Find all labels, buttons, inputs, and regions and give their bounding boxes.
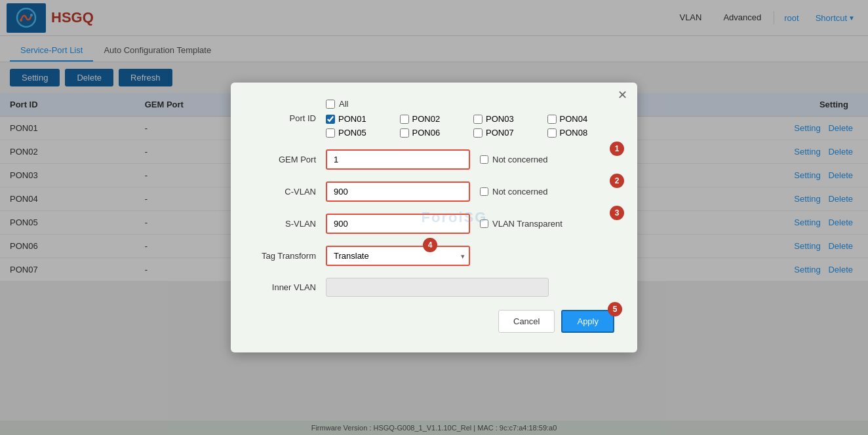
pon-grid: PON01 PON02 PON03 PON04 PON05 PON06 PON0… <box>326 114 614 138</box>
pon-label: PON02 <box>412 114 441 124</box>
pon-item: PON05 <box>326 128 393 138</box>
c-not-concerned-wrapper: Not concerned <box>480 187 548 197</box>
all-label: All <box>339 99 348 109</box>
pon-checkbox-pon03[interactable] <box>473 115 483 124</box>
c-not-concerned-checkbox[interactable] <box>480 187 488 196</box>
port-id-all: All <box>326 99 614 109</box>
s-vlan-input[interactable] <box>326 214 470 234</box>
pon-item: PON07 <box>473 128 541 138</box>
pon-checkbox-pon04[interactable] <box>547 115 557 124</box>
port-id-row: Port ID All PON01 PON02 PON03 PON04 PON0… <box>254 99 614 138</box>
gem-not-concerned-checkbox[interactable] <box>480 155 488 164</box>
tag-transform-wrapper: TranslateNonePushPop ▾ <box>326 246 470 266</box>
vlan-transparent-checkbox[interactable] <box>480 219 488 228</box>
c-vlan-label: C-VLAN <box>254 187 326 197</box>
pon-checkbox-pon05[interactable] <box>326 128 335 138</box>
modal: ✕ Port ID All PON01 PON02 PON03 PON04 PO… <box>231 83 637 282</box>
port-id-label: Port ID <box>254 113 326 123</box>
gem-not-concerned-label: Not concerned <box>492 155 548 164</box>
step-1-badge: 1 <box>610 142 624 156</box>
gem-port-input[interactable] <box>326 149 470 170</box>
c-not-concerned-label: Not concerned <box>492 187 548 197</box>
gem-port-label: GEM Port <box>254 155 326 164</box>
pon-checkbox-pon06[interactable] <box>400 128 409 138</box>
port-id-controls: All PON01 PON02 PON03 PON04 PON05 PON06 … <box>326 99 614 138</box>
tag-transform-row: Tag Transform TranslateNonePushPop ▾ 4 <box>254 246 614 266</box>
c-vlan-row: C-VLAN Not concerned 2 <box>254 181 614 202</box>
c-vlan-input[interactable] <box>326 181 470 202</box>
inner-vlan-input <box>326 278 549 282</box>
gem-not-concerned-wrapper: Not concerned <box>480 155 548 164</box>
pon-item: PON08 <box>547 128 615 138</box>
gem-port-row: GEM Port Not concerned 1 <box>254 149 614 170</box>
pon-label: PON01 <box>338 114 366 124</box>
pon-checkbox-pon01[interactable] <box>326 115 335 124</box>
pon-label: PON03 <box>486 114 514 124</box>
tag-transform-select[interactable]: TranslateNonePushPop <box>326 246 470 266</box>
pon-item: PON04 <box>547 114 615 124</box>
pon-item: PON01 <box>326 114 393 124</box>
modal-overlay: ✕ Port ID All PON01 PON02 PON03 PON04 PO… <box>0 0 868 282</box>
s-vlan-label: S-VLAN <box>254 219 326 229</box>
step-2-badge: 2 <box>610 174 624 188</box>
pon-item: PON06 <box>400 128 467 138</box>
modal-close-button[interactable]: ✕ <box>618 89 627 101</box>
pon-label: PON05 <box>338 128 366 138</box>
inner-vlan-row: Inner VLAN <box>254 278 614 282</box>
pon-checkbox-pon08[interactable] <box>547 128 557 138</box>
pon-label: PON04 <box>560 114 588 124</box>
pon-item: PON03 <box>473 114 541 124</box>
pon-label: PON08 <box>560 128 588 138</box>
pon-checkbox-pon07[interactable] <box>473 128 483 138</box>
all-checkbox[interactable] <box>326 100 335 109</box>
pon-label: PON07 <box>486 128 514 138</box>
step-3-badge: 3 <box>610 206 624 220</box>
s-vlan-row: S-VLAN VLAN Transparent 3 <box>254 214 614 234</box>
vlan-transparent-wrapper: VLAN Transparent <box>480 219 562 229</box>
pon-label: PON06 <box>412 128 441 138</box>
pon-checkbox-pon02[interactable] <box>400 115 409 124</box>
pon-item: PON02 <box>400 114 467 124</box>
vlan-transparent-label: VLAN Transparent <box>492 219 562 229</box>
tag-transform-label: Tag Transform <box>254 251 326 261</box>
